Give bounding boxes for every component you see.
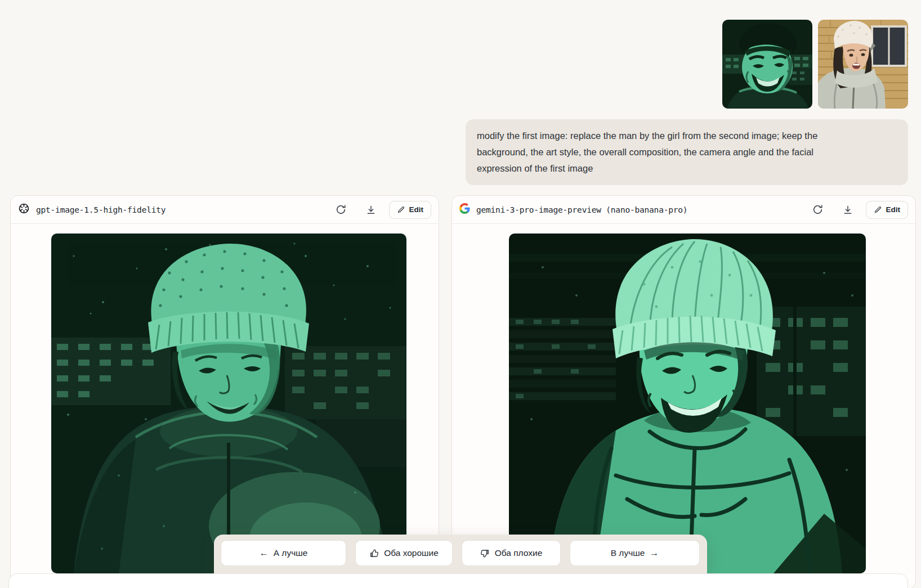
download-button-a[interactable] — [362, 201, 380, 219]
vote-a-better-label: А лучше — [274, 548, 308, 558]
edit-button-label: Edit — [886, 205, 901, 214]
user-prompt-bubble: modify the first image: replace the man … — [466, 119, 908, 185]
photo-girl-image — [818, 20, 908, 109]
edit-button-a[interactable]: Edit — [389, 201, 432, 219]
arrow-right-icon: → — [650, 548, 659, 558]
panel-a-header: gpt-image-1.5-high-fidelity Edit — [11, 196, 439, 224]
refresh-icon — [812, 204, 824, 216]
pixel-man-image — [722, 20, 812, 109]
vote-both-good-button[interactable]: Оба хорошие — [355, 540, 453, 566]
model-panel-a: gpt-image-1.5-high-fidelity Edit — [10, 195, 439, 588]
vote-both-good-label: Оба хорошие — [384, 548, 439, 558]
regenerate-button-b[interactable] — [809, 201, 827, 219]
download-icon — [365, 204, 377, 216]
download-button-b[interactable] — [839, 201, 857, 219]
regenerate-button-a[interactable] — [332, 201, 350, 219]
openai-logo-icon — [18, 203, 30, 217]
refresh-icon — [335, 204, 347, 216]
prompt-line: expression of the first image — [477, 160, 897, 177]
vote-a-better-button[interactable]: ← А лучше — [221, 540, 346, 566]
vote-both-bad-label: Оба плохие — [495, 548, 543, 558]
image-arena-screen: modify the first image: replace the man … — [0, 0, 921, 588]
attachment-thumbnail-photo-girl[interactable] — [818, 20, 908, 109]
generated-image-b-art — [509, 234, 866, 573]
model-panel-b: gemini-3-pro-image-preview (nano-banana-… — [451, 195, 916, 588]
panel-b-header: gemini-3-pro-image-preview (nano-banana-… — [452, 196, 915, 224]
generated-image-b[interactable] — [509, 234, 866, 573]
edit-button-label: Edit — [409, 205, 424, 214]
generated-image-a[interactable] — [51, 234, 406, 573]
attachment-thumbnails — [722, 20, 908, 109]
thumbs-up-icon — [369, 549, 379, 558]
prompt-line: modify the first image: replace the man … — [477, 128, 897, 144]
google-g-icon — [459, 203, 470, 216]
vote-both-bad-button[interactable]: Оба плохие — [462, 540, 561, 566]
model-name-a: gpt-image-1.5-high-fidelity — [36, 205, 166, 214]
panel-a-canvas — [11, 224, 439, 573]
thumbs-down-icon — [480, 549, 490, 558]
message-input[interactable] — [8, 573, 908, 588]
download-icon — [842, 204, 853, 216]
arrow-left-icon: ← — [260, 548, 269, 558]
panel-b-canvas — [452, 224, 915, 573]
generated-image-a-art — [51, 234, 406, 573]
model-name-b: gemini-3-pro-image-preview (nano-banana-… — [476, 205, 687, 214]
vote-b-better-button[interactable]: В лучше → — [570, 540, 700, 566]
pencil-icon — [874, 205, 882, 214]
prompt-line: background, the art style, the overall c… — [477, 144, 897, 160]
attachment-thumbnail-pixel-man[interactable] — [722, 20, 812, 109]
vote-b-better-label: В лучше — [611, 548, 645, 558]
pencil-icon — [397, 205, 405, 214]
edit-button-b[interactable]: Edit — [866, 201, 909, 219]
